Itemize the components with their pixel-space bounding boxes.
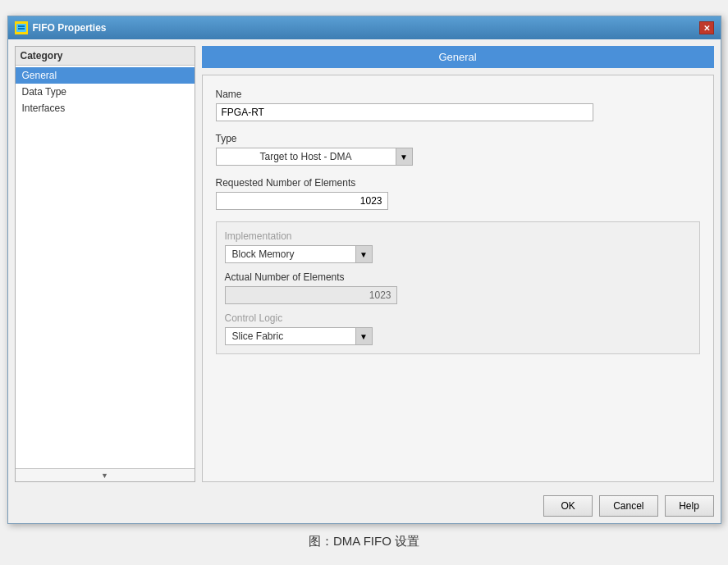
requested-input[interactable] [216,192,388,210]
svg-rect-2 [18,28,25,30]
name-group: Name [216,89,700,121]
fifo-icon [15,21,28,34]
dialog-window: FIFO Properties ✕ Category General Data … [7,16,721,524]
scroll-indicator: ▼ [16,468,195,481]
sidebar-item-interfaces[interactable]: Interfaces [16,100,195,116]
right-panel: General Name Type Target to Host - DMA ▼ [202,46,714,482]
implementation-group: Implementation Block Memory ▼ [225,230,691,263]
implementation-inner: Implementation Block Memory ▼ Actual Num… [225,230,691,345]
page-wrapper: FIFO Properties ✕ Category General Data … [0,0,728,565]
category-list: General Data Type Interfaces [16,66,195,468]
dialog-content: Category General Data Type Interfaces ▼ … [8,39,721,489]
type-group: Type Target to Host - DMA ▼ [216,133,700,166]
type-select-text: Target to Host - DMA [217,149,396,164]
type-select[interactable]: Target to Host - DMA ▼ [216,148,413,166]
svg-rect-1 [18,25,25,27]
form-area: Name Type Target to Host - DMA ▼ Request… [202,75,714,482]
requested-group: Requested Number of Elements [216,177,700,210]
dialog-footer: OK Cancel Help [8,489,721,523]
help-button[interactable]: Help [665,495,714,517]
implementation-select[interactable]: Block Memory ▼ [225,245,373,263]
actual-group: Actual Number of Elements [225,271,691,304]
implementation-label: Implementation [225,230,691,242]
sidebar-item-general[interactable]: General [16,67,195,84]
title-bar: FIFO Properties ✕ [8,16,721,39]
sidebar-item-datatype[interactable]: Data Type [16,84,195,100]
actual-label: Actual Number of Elements [225,271,691,283]
implementation-section: Implementation Block Memory ▼ Actual Num… [216,221,700,354]
actual-input [225,286,397,304]
window-title: FIFO Properties [33,22,107,34]
control-logic-label: Control Logic [225,312,691,324]
close-button[interactable]: ✕ [699,21,714,34]
left-panel: Category General Data Type Interfaces ▼ [15,46,195,482]
ok-button[interactable]: OK [543,495,593,517]
caption-text: 图：DMA FIFO 设置 [309,534,419,549]
type-label: Type [216,133,700,144]
scroll-arrow-down: ▼ [101,472,108,480]
control-logic-dropdown-arrow[interactable]: ▼ [355,328,372,344]
name-input[interactable] [216,103,593,121]
implementation-dropdown-arrow[interactable]: ▼ [355,246,372,262]
type-dropdown-arrow[interactable]: ▼ [396,148,412,165]
cancel-button[interactable]: Cancel [599,495,657,517]
section-title: General [202,46,714,68]
control-logic-select-text: Slice Fabric [226,329,355,344]
title-bar-left: FIFO Properties [15,21,107,34]
category-header: Category [16,47,195,66]
requested-label: Requested Number of Elements [216,177,700,189]
implementation-select-text: Block Memory [226,247,355,262]
control-logic-group: Control Logic Slice Fabric ▼ [225,312,691,345]
control-logic-select[interactable]: Slice Fabric ▼ [225,327,373,345]
name-label: Name [216,89,700,100]
